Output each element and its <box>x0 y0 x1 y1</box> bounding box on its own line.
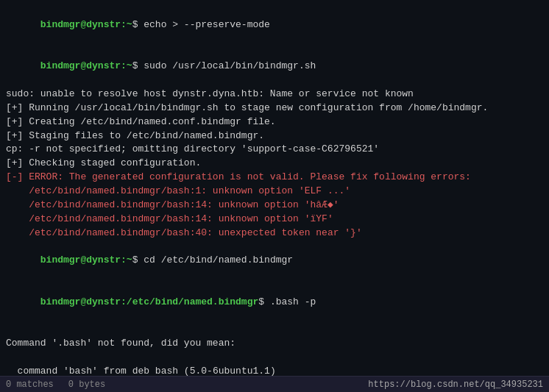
terminal-body[interactable]: bindmgr@dynstr:~$ echo > --preserve-mode… <box>0 0 549 376</box>
terminal-line: command 'bash' from deb bash (5.0-6ubunt… <box>6 365 543 376</box>
terminal-line: /etc/bind/named.bindmgr/bash:14: unknown… <box>6 199 543 213</box>
terminal-line: [+] Checking staged configuration. <box>6 157 543 171</box>
terminal-line: [+] Creating /etc/bind/named.conf.bindmg… <box>6 115 543 129</box>
matches-count: 0 matches <box>6 379 54 390</box>
terminal-container: bindmgr@dynstr:~$ echo > --preserve-mode… <box>0 0 549 392</box>
terminal-line: [+] Staging files to /etc/bind/named.bin… <box>6 129 543 143</box>
terminal-line: [+] Running /usr/local/bin/bindmgr.sh to… <box>6 101 543 115</box>
terminal-line: sudo: unable to resolve host dynstr.dyna… <box>6 88 543 101</box>
terminal-line: cp: -r not specified; omitting directory… <box>6 143 543 157</box>
bytes-count: 0 bytes <box>68 379 105 390</box>
terminal-line: [-] ERROR: The generated configuration i… <box>6 171 543 185</box>
terminal-line: /etc/bind/named.bindmgr/bash:1: unknown … <box>6 185 543 199</box>
terminal-line: bindmgr@dynstr:~$ cd /etc/bind/named.bin… <box>6 240 543 282</box>
terminal-line: bindmgr@dynstr:~$ echo > --preserve-mode <box>6 4 543 46</box>
terminal-line: bindmgr@dynstr:~$ sudo /usr/local/bin/bi… <box>6 46 543 88</box>
terminal-line: /etc/bind/named.bindmgr/bash:14: unknown… <box>6 213 543 227</box>
status-bar: 0 matches 0 bytes https://blog.csdn.net/… <box>0 376 549 392</box>
terminal-line <box>6 351 543 365</box>
terminal-line: /etc/bind/named.bindmgr/bash:40: unexpec… <box>6 227 543 240</box>
terminal-line: bindmgr@dynstr:/etc/bind/named.bindmgr$ … <box>6 282 543 324</box>
terminal-line <box>6 323 543 337</box>
terminal-line: Command '.bash' not found, did you mean: <box>6 337 543 351</box>
url-display[interactable]: https://blog.csdn.net/qq_34935231 <box>368 379 543 390</box>
